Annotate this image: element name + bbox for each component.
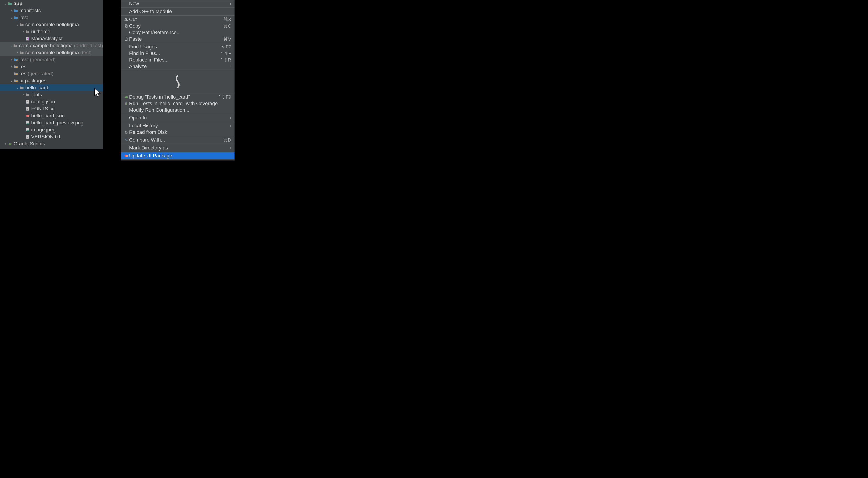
tree-node-res[interactable]: › res: [0, 63, 103, 70]
submenu-arrow-icon: ›: [230, 1, 231, 6]
svg-rect-34: [125, 38, 127, 40]
chevron-right-icon[interactable]: ›: [9, 63, 13, 70]
tree-node-package-test[interactable]: › com.example.hellofigma (test): [0, 49, 103, 56]
menu-label: Run 'Tests in 'hello_card'' with Coverag…: [129, 100, 231, 107]
menu-shortcut: ⌥F7: [220, 44, 231, 50]
menu-item-paste[interactable]: Paste ⌘V: [121, 36, 235, 42]
menu-item-find-usages[interactable]: Find Usages ⌥F7: [121, 43, 235, 50]
svg-rect-9: [16, 74, 18, 75]
tree-label: image.jpeg: [31, 126, 56, 133]
tree-node-ui-theme[interactable]: › ui.theme: [0, 28, 103, 35]
svg-text:{}: {}: [27, 101, 28, 103]
coverage-icon: [123, 102, 129, 106]
tree-node-java-generated[interactable]: › java (generated): [0, 56, 103, 63]
tree-label: hello_card: [25, 84, 49, 91]
menu-label: Local History: [129, 123, 230, 129]
menu-item-local-history[interactable]: Local History ›: [121, 122, 235, 129]
chevron-right-icon[interactable]: ›: [9, 7, 13, 14]
chevron-right-icon[interactable]: ›: [4, 140, 8, 147]
chevron-down-icon[interactable]: ⌄: [9, 77, 13, 84]
menu-item-debug[interactable]: Debug 'Tests in 'hello_card'' ⌃⇧F9: [121, 94, 235, 100]
menu-item-update-ui-package[interactable]: Update UI Package: [121, 152, 235, 159]
package-folder-icon: [20, 51, 24, 55]
tree-node-app[interactable]: ⌄ app: [0, 0, 103, 7]
menu-item-new[interactable]: New ›: [121, 0, 235, 7]
tree-node-package-main[interactable]: ⌄ com.example.hellofigma: [0, 21, 103, 28]
tree-label: res: [20, 63, 26, 70]
generated-folder-icon: [13, 57, 18, 62]
svg-rect-35: [126, 37, 127, 38]
menu-item-replace-in-files[interactable]: Replace in Files... ⌃⇧R: [121, 57, 235, 63]
package-folder-icon: [20, 22, 24, 27]
menu-item-add-cpp[interactable]: Add C++ to Module: [121, 8, 235, 15]
menu-item-copy-path[interactable]: Copy Path/Reference...: [121, 29, 235, 36]
tree-label: java: [20, 14, 29, 21]
package-folder-icon: [13, 43, 18, 48]
svg-point-1: [21, 24, 22, 25]
svg-rect-10: [16, 81, 18, 82]
tree-node-ui-packages[interactable]: ⌄ ui-packages: [0, 77, 103, 84]
cut-icon: [123, 18, 129, 21]
chevron-down-icon[interactable]: ⌄: [16, 21, 20, 28]
chevron-down-icon[interactable]: ⌄: [9, 14, 13, 21]
tree-label: hello_card_preview.png: [31, 119, 84, 126]
tree-node-hello-card-json[interactable]: › hello_card.json: [0, 112, 103, 119]
chevron-down-icon[interactable]: ⌄: [16, 84, 20, 91]
svg-point-0: [8, 2, 9, 3]
tree-node-res-generated[interactable]: › res (generated): [0, 70, 103, 77]
tree-node-fonts[interactable]: › fonts: [0, 91, 103, 98]
menu-truncation-icon: [121, 71, 235, 92]
reload-icon: [123, 130, 129, 134]
menu-item-cut[interactable]: Cut ⌘X: [121, 16, 235, 23]
menu-item-modify-run[interactable]: Modify Run Configuration...: [121, 107, 235, 113]
menu-item-run-coverage[interactable]: Run 'Tests in 'hello_card'' with Coverag…: [121, 100, 235, 107]
menu-item-compare-with[interactable]: Compare With... ⌘D: [121, 137, 235, 143]
tree-node-main-activity[interactable]: › MainActivity.kt: [0, 35, 103, 42]
menu-label: Find in Files...: [129, 51, 220, 56]
tree-node-manifests[interactable]: › manifests: [0, 7, 103, 14]
chevron-right-icon[interactable]: ›: [21, 91, 25, 98]
menu-shortcut: ⌃⇧F: [220, 51, 231, 56]
chevron-right-icon[interactable]: ›: [9, 56, 13, 63]
tree-node-version-txt[interactable]: › VERSION.txt: [0, 133, 103, 140]
tree-node-hello-card[interactable]: ⌄ hello_card: [0, 84, 103, 91]
chevron-right-icon[interactable]: ›: [16, 49, 20, 56]
tree-node-config-json[interactable]: › {} config.json: [0, 98, 103, 105]
resource-folder-icon: [13, 79, 18, 83]
menu-separator: [121, 114, 235, 114]
menu-label: Copy: [129, 23, 223, 29]
menu-shortcut: ⌘V: [223, 36, 231, 42]
menu-label: Copy Path/Reference...: [129, 30, 231, 35]
compare-icon: [123, 138, 129, 142]
menu-shortcut: ⌘C: [223, 23, 231, 29]
tree-node-package-androidtest[interactable]: › com.example.hellofigma (androidTest): [0, 42, 103, 49]
menu-label: Add C++ to Module: [129, 8, 231, 14]
menu-label: Replace in Files...: [129, 57, 220, 63]
menu-item-find-in-files[interactable]: Find in Files... ⌃⇧F: [121, 50, 235, 57]
menu-label: New: [129, 1, 230, 6]
menu-separator: [121, 122, 235, 122]
tree-node-fonts-txt[interactable]: › FONTS.txt: [0, 105, 103, 112]
gradle-icon: [8, 142, 12, 146]
figma-ui-package-icon: [123, 154, 129, 158]
tree-node-java[interactable]: ⌄ java: [0, 14, 103, 21]
menu-item-reload-disk[interactable]: Reload from Disk: [121, 129, 235, 136]
svg-rect-33: [126, 25, 127, 27]
image-file-icon: [25, 127, 30, 132]
chevron-right-icon[interactable]: ›: [21, 28, 25, 35]
tree-node-preview-png[interactable]: › hello_card_preview.png: [0, 119, 103, 126]
image-file-icon: [25, 121, 30, 125]
svg-marker-44: [126, 141, 127, 141]
chevron-down-icon[interactable]: ⌄: [4, 0, 8, 7]
menu-item-copy[interactable]: Copy ⌘C: [121, 23, 235, 29]
menu-item-mark-directory[interactable]: Mark Directory as ›: [121, 145, 235, 151]
chevron-right-icon[interactable]: ›: [10, 42, 13, 49]
menu-label: Debug 'Tests in 'hello_card'': [129, 94, 217, 100]
tree-label: manifests: [20, 7, 41, 14]
svg-marker-42: [125, 131, 126, 133]
svg-point-2: [27, 31, 28, 32]
tree-node-image-jpeg[interactable]: › image.jpeg: [0, 126, 103, 133]
menu-item-analyze[interactable]: Analyze ›: [121, 63, 235, 70]
menu-item-open-in[interactable]: Open In ›: [121, 114, 235, 121]
tree-node-gradle-scripts[interactable]: › Gradle Scripts: [0, 140, 103, 147]
